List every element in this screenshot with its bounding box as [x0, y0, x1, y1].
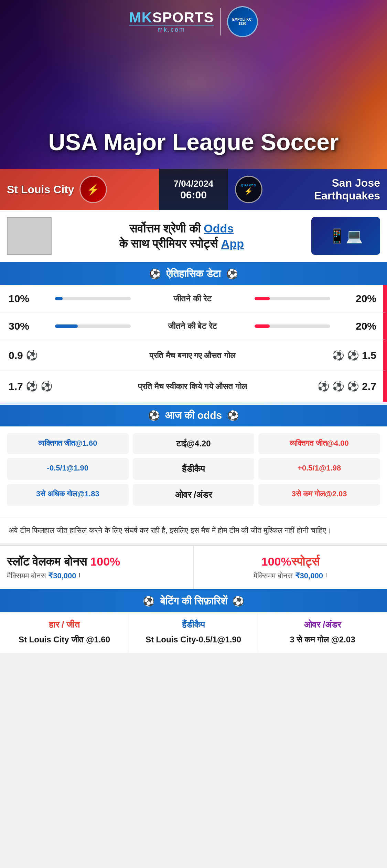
bonus-sports: 100%स्पोर्ट्स मैक्सिमम बोनस ₹30,000 !: [194, 546, 387, 589]
historical-title: ऐतिहासिक डेटा: [166, 268, 221, 280]
goals-left-conceded: 1.7 ⚽ ⚽: [9, 381, 84, 392]
brand-domain: mk.com: [129, 25, 214, 33]
hero-title: USA Major League Soccer: [0, 129, 387, 155]
bar-container-left-2: [55, 324, 131, 328]
promo-banner: सर्वोत्तम श्रेणी की Oddsके साथ प्रीमियर …: [0, 210, 387, 263]
stat-label-2: जीतने की बेट रेट: [138, 321, 248, 331]
home-team-section: St Louis City: [0, 169, 159, 210]
away-team-name: San Jose Earthquakes: [268, 177, 380, 202]
bonus-slot-pct: 100%: [90, 555, 120, 568]
quakes-icon: ⚡: [244, 187, 253, 195]
brand-name: MKSPORTS: [129, 10, 214, 25]
odds-over[interactable]: 3से अधिक गोल@1.83: [7, 484, 129, 506]
bonus-sports-sub: मैक्सिमम बोनस ₹30,000 !: [201, 571, 380, 580]
betting-title: बेटिंग की सिफ़ारिशें: [160, 595, 227, 607]
commentary-text: अवे टीम फिलहाल जीत हासिल करने के लिए संघ…: [9, 524, 378, 536]
goals-left-scored: 0.9 ⚽: [9, 350, 84, 361]
odds-handicap-away[interactable]: +0.5/1@1.98: [258, 458, 380, 480]
stat-bar-left-2: [43, 324, 138, 328]
home-team-name: St Louis City: [7, 183, 74, 196]
rec-win-loss: हार / जीत St Louis City जीत @1.60: [0, 612, 129, 653]
bonus-slot: स्लॉट वेलकम बोनस 100% मैक्सिमम बोनस ₹30,…: [0, 546, 194, 589]
ball-icon-3: ⚽: [26, 381, 38, 392]
goals-val-scored-left: 0.9: [9, 350, 23, 361]
bonus-sports-pct: 100%: [261, 555, 291, 568]
bar-fill-red-1: [255, 297, 270, 300]
stat-left-val-1: 10%: [9, 293, 43, 304]
odds-handicap-home[interactable]: -0.5/1@1.90: [7, 458, 129, 480]
odds-handicap-label: हैंडीकैप: [133, 458, 255, 480]
goals-label-scored: प्रति मैच बनाए गए औसत गोल: [84, 351, 301, 360]
goals-conceded-row: 1.7 ⚽ ⚽ प्रति मैच स्वीकार किये गये औसत ग…: [0, 371, 387, 402]
ball-icon-1: ⚽: [26, 350, 38, 361]
rec-value-3: 3 से कम गोल @2.03: [263, 633, 382, 646]
away-team-badge: QUAKES ⚡: [235, 176, 262, 203]
logo-area: MKSPORTS mk.com EMPOLI F.C.1920: [129, 6, 258, 37]
match-bar: St Louis City 7/04/2024 06:00 QUAKES ⚡ S…: [0, 169, 387, 210]
empoli-text: EMPOLI F.C.1920: [232, 18, 252, 26]
commentary-section: अवे टीम फिलहाल जीत हासिल करने के लिए संघ…: [0, 517, 387, 543]
bonus-slot-sub: मैक्सिमम बोनस ₹30,000 !: [7, 571, 186, 580]
stat-bar-left-1: [43, 297, 138, 300]
stat-row-win-rate: 10% जीतने की रेट 20%: [0, 285, 387, 312]
recommendations-grid: हार / जीत St Louis City जीत @1.60 हैंडीक…: [0, 612, 387, 653]
promo-image: [7, 217, 52, 255]
odds-home-win[interactable]: व्यक्तिगत जीत@1.60: [7, 433, 129, 454]
stat-label-1: जीतने की रेट: [138, 294, 248, 303]
stat-left-val-2: 30%: [9, 320, 43, 332]
quakes-label: QUAKES: [241, 184, 256, 187]
goals-scored-row: 0.9 ⚽ प्रति मैच बनाए गए औसत गोल ⚽ ⚽ 1.5: [0, 340, 387, 371]
ball-icon-red-3: ⚽: [318, 381, 330, 392]
betting-icon-left: ⚽: [143, 596, 155, 607]
odds-tie[interactable]: टाई@4.20: [133, 433, 255, 454]
soccer-icon-left: ⚽: [149, 268, 161, 280]
empoli-badge: EMPOLI F.C.1920: [227, 6, 258, 37]
odds-row-1: व्यक्तिगत जीत@1.60 टाई@4.20 व्यक्तिगत जी…: [7, 433, 380, 454]
odds-wrapper: ⚽ आज की odds ⚽ व्यक्तिगत जीत@1.60 टाई@4.…: [0, 405, 387, 517]
bonus-slot-amount: ₹30,000: [48, 571, 76, 580]
bar-container-right-2: [255, 324, 330, 328]
players-decoration: [73, 31, 314, 127]
match-center: 7/04/2024 06:00: [159, 169, 228, 210]
odds-away-win[interactable]: व्यक्तिगत जीत@4.00: [258, 433, 380, 454]
stat-right-val-1: 20%: [342, 293, 376, 304]
goals-val-scored-right: 1.5: [362, 350, 376, 361]
odds-under[interactable]: 3से कम गोल@2.03: [258, 484, 380, 506]
bar-fill-blue-1: [55, 297, 63, 300]
ball-icon-red-4: ⚽: [332, 381, 344, 392]
bar-fill-red-2: [255, 324, 270, 328]
stat-row-bet-rate: 30% जीतने की बेट रेट 20%: [0, 312, 387, 340]
odds-section: व्यक्तिगत जीत@1.60 टाई@4.20 व्यक्तिगत जी…: [0, 426, 387, 517]
goals-right-scored: ⚽ ⚽ 1.5: [301, 350, 376, 361]
stat-right-val-2: 20%: [342, 320, 376, 332]
odds-row-2: -0.5/1@1.90 हैंडीकैप +0.5/1@1.98: [7, 458, 380, 480]
odds-title: आज की odds: [165, 410, 222, 422]
ball-icon-red-5: ⚽: [347, 381, 359, 392]
odds-row-3: 3से अधिक गोल@1.83 ओवर /अंडर 3से कम गोल@2…: [7, 484, 380, 506]
historical-header: ⚽ ऐतिहासिक डेटा ⚽: [0, 263, 387, 285]
bar-container-left-1: [55, 297, 131, 300]
soccer-icon-right: ⚽: [226, 268, 238, 280]
rec-type-3: ओवर /अंडर: [263, 619, 382, 630]
home-team-badge: [79, 176, 107, 203]
bonus-sports-amount: ₹30,000: [295, 571, 323, 580]
mk-sports-logo: MKSPORTS mk.com: [129, 10, 214, 33]
away-team-section: QUAKES ⚡ San Jose Earthquakes: [228, 169, 387, 210]
rec-handicap: हैंडीकैप St Louis City-0.5/1@1.90: [129, 612, 258, 653]
hero-banner: MKSPORTS mk.com EMPOLI F.C.1920 USA Majo…: [0, 0, 387, 169]
rec-value-1: St Louis City जीत @1.60: [5, 633, 123, 646]
betting-header: ⚽ बेटिंग की सिफ़ारिशें ⚽: [0, 590, 387, 612]
logo-divider: [220, 8, 221, 35]
bar-container-right-1: [255, 297, 330, 300]
odds-icon-right: ⚽: [227, 410, 239, 421]
ball-icon-red-1: ⚽: [332, 350, 344, 361]
goals-label-conceded: प्रति मैच स्वीकार किये गये औसत गोल: [84, 382, 301, 391]
betting-icon-right: ⚽: [232, 596, 244, 607]
rec-value-2: St Louis City-0.5/1@1.90: [134, 633, 252, 646]
ball-icon-4: ⚽: [41, 381, 53, 392]
match-time: 06:00: [180, 189, 207, 201]
goals-right-conceded: ⚽ ⚽ ⚽ 2.7: [301, 381, 376, 392]
rec-ou: ओवर /अंडर 3 से कम गोल @2.03: [258, 612, 387, 653]
promo-phones: [311, 217, 380, 255]
stat-bar-right-2: [248, 324, 342, 328]
